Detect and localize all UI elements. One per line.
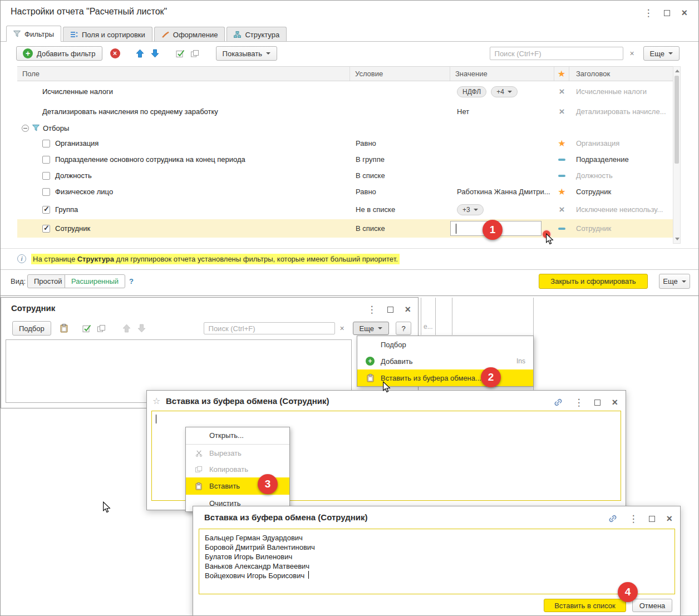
check-all-button[interactable]: [82, 324, 91, 333]
move-down-button[interactable]: [151, 49, 159, 58]
link-icon[interactable]: [608, 514, 617, 523]
scrollbar-thumb[interactable]: [675, 76, 679, 164]
more-label: Еще: [650, 50, 664, 58]
move-up-button[interactable]: [136, 49, 144, 58]
info-structure-link[interactable]: Структура: [77, 255, 114, 263]
uncheck-all-button[interactable]: [190, 50, 199, 58]
tab-filters[interactable]: Фильтры: [6, 26, 61, 42]
show-dropdown-button[interactable]: Показывать: [216, 46, 277, 61]
checkbox[interactable]: [42, 188, 50, 196]
column-condition[interactable]: Условие: [350, 67, 450, 81]
table-row[interactable]: Исчисленные налоги НДФЛ +4 × Исчисленные…: [17, 81, 673, 102]
checkbox-checked[interactable]: [42, 225, 50, 233]
menu-item-add[interactable]: + Добавить Ins: [357, 353, 533, 369]
star-icon[interactable]: ★: [558, 139, 565, 148]
table-row[interactable]: Детализировать начисления по среднему за…: [17, 102, 673, 121]
more-actions-icon[interactable]: ⋮: [628, 514, 638, 524]
dash-icon[interactable]: [558, 228, 565, 230]
menu-item-open[interactable]: Открыть...: [186, 427, 289, 443]
condition[interactable]: В списке: [350, 224, 450, 233]
value-text[interactable]: Нет: [450, 107, 554, 116]
dash-icon[interactable]: [558, 159, 565, 161]
table-row[interactable]: Организация Равно ★ Организация: [17, 135, 673, 151]
collapse-icon[interactable]: [22, 125, 29, 132]
column-value[interactable]: Значение: [450, 67, 554, 81]
view-advanced-button[interactable]: Расширенный: [65, 274, 125, 288]
delete-filter-button[interactable]: ×: [110, 48, 120, 58]
menu-item-pick[interactable]: Подбор: [357, 336, 533, 353]
maximize-icon[interactable]: [649, 516, 655, 522]
link-icon[interactable]: [554, 398, 563, 407]
help-button[interactable]: ?: [396, 322, 411, 335]
check-all-button[interactable]: [176, 50, 185, 58]
view-simple-button[interactable]: Простой: [27, 274, 69, 288]
close-icon[interactable]: ×: [666, 514, 672, 524]
dash-icon[interactable]: [558, 175, 565, 177]
condition[interactable]: Равно: [350, 188, 450, 196]
tab-appearance[interactable]: Оформление: [154, 27, 225, 42]
table-row[interactable]: Должность В списке Должность: [17, 167, 673, 184]
uncheck-all-button[interactable]: [97, 324, 106, 333]
search-input[interactable]: [490, 47, 623, 60]
star-icon[interactable]: ★: [558, 188, 565, 196]
value-chip-more[interactable]: +4: [491, 86, 518, 97]
search-clear-icon[interactable]: ×: [338, 324, 346, 333]
checkbox[interactable]: [42, 140, 50, 147]
value-chip-more[interactable]: +3: [457, 204, 484, 215]
menu-item-label: Вырезать: [209, 449, 242, 457]
column-title[interactable]: Заголовок: [569, 67, 673, 81]
condition[interactable]: Не в списке: [350, 205, 450, 214]
value-chip[interactable]: НДФЛ: [457, 86, 486, 97]
cancel-button[interactable]: Отмена: [632, 599, 672, 612]
help-link[interactable]: ?: [129, 277, 134, 285]
checkbox-checked[interactable]: [42, 206, 50, 214]
close-icon[interactable]: ×: [681, 8, 687, 18]
move-up-button[interactable]: [122, 324, 131, 333]
column-field[interactable]: Поле: [17, 67, 350, 81]
tab-structure[interactable]: Структура: [227, 27, 287, 42]
close-icon[interactable]: ×: [612, 397, 618, 407]
favorite-star-icon[interactable]: ☆: [152, 396, 160, 406]
footer-more-button[interactable]: Еще: [659, 274, 690, 289]
value-text[interactable]: Работкина Жанна Дмитри...: [450, 188, 554, 196]
more-actions-icon[interactable]: ⋮: [643, 8, 653, 18]
more-actions-icon[interactable]: ⋮: [574, 398, 583, 407]
move-down-button[interactable]: [137, 324, 146, 333]
search-input[interactable]: [204, 322, 335, 334]
more-button[interactable]: Еще: [353, 322, 389, 335]
more-actions-icon[interactable]: ⋮: [367, 305, 376, 314]
more-button[interactable]: Еще: [643, 46, 680, 61]
condition[interactable]: Равно: [350, 139, 450, 147]
maximize-icon[interactable]: [594, 400, 600, 406]
scroll-up-icon[interactable]: [675, 70, 680, 72]
table-row[interactable]: Группа Не в списке +3 × Исключение неисп…: [17, 200, 673, 219]
window-title: Вставка из буфера обмена (Сотрудник): [204, 512, 368, 522]
condition[interactable]: В списке: [350, 171, 450, 180]
maximize-icon[interactable]: [664, 10, 670, 16]
table-row[interactable]: Подразделение основного сотрудника на ко…: [17, 151, 673, 167]
paste-button[interactable]: [60, 324, 68, 333]
x-icon[interactable]: ×: [559, 87, 565, 96]
scroll-down-icon[interactable]: [675, 238, 680, 240]
x-icon[interactable]: ×: [559, 107, 565, 116]
table-row-selected[interactable]: Сотрудник В списке Сотрудник: [17, 219, 673, 238]
checkbox[interactable]: [42, 172, 50, 180]
maximize-icon[interactable]: [387, 307, 393, 313]
tab-fields-sorting[interactable]: Поля и сортировки: [63, 27, 152, 42]
paste-to-list-button[interactable]: Вставить в список: [544, 599, 626, 612]
search-clear-icon[interactable]: ×: [628, 49, 637, 58]
add-filter-button[interactable]: + Добавить фильтр: [16, 46, 102, 61]
arrow-up-icon: [122, 324, 131, 333]
vertical-scrollbar[interactable]: [673, 66, 681, 244]
column-title-visibility[interactable]: ★: [554, 67, 569, 81]
clipboard-text-area[interactable]: Бальцер Герман Эдуардович Боровой Дмитри…: [199, 529, 675, 594]
condition[interactable]: В группе: [350, 155, 450, 164]
row-title: Исключение неиспользу...: [569, 205, 673, 214]
x-icon[interactable]: ×: [559, 205, 565, 214]
close-icon[interactable]: ×: [405, 304, 411, 314]
group-row-selections[interactable]: Отборы: [17, 121, 673, 135]
close-and-generate-button[interactable]: Закрыть и сформировать: [539, 274, 648, 289]
pick-button[interactable]: Подбор: [12, 321, 51, 336]
table-row[interactable]: Физическое лицо Равно Работкина Жанна Дм…: [17, 184, 673, 200]
checkbox[interactable]: [42, 156, 50, 164]
